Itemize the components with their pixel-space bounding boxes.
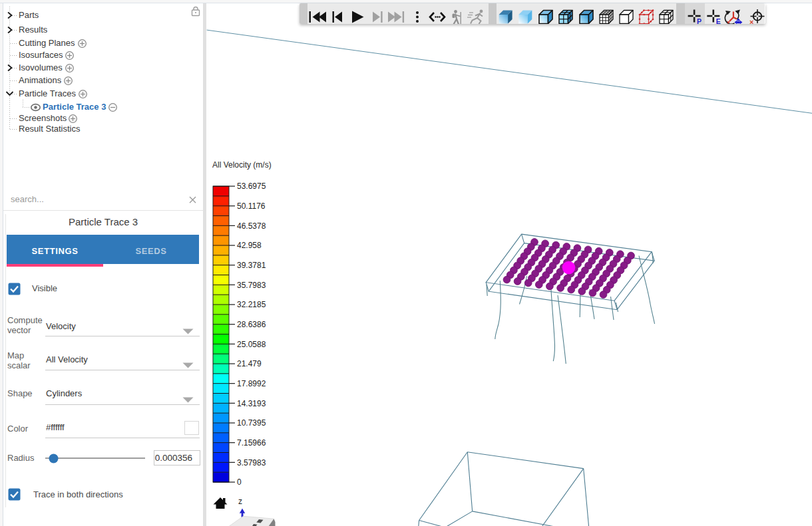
svg-text:42.958: 42.958	[237, 241, 262, 250]
svg-text:21.479: 21.479	[237, 359, 262, 368]
svg-text:P: P	[697, 17, 702, 24]
svg-text:25.0588: 25.0588	[237, 340, 266, 349]
svg-text:E: E	[716, 17, 721, 24]
svg-text:17.8992: 17.8992	[237, 379, 266, 388]
svg-text:28.6386: 28.6386	[237, 320, 266, 329]
svg-text:46.5378: 46.5378	[237, 221, 266, 231]
svg-text:3.57983: 3.57983	[237, 458, 266, 467]
svg-text:All Velocity (m/s): All Velocity (m/s)	[212, 160, 272, 170]
svg-text:×: ×	[749, 18, 753, 25]
svg-text:50.1176: 50.1176	[237, 201, 266, 211]
svg-text:10.7395: 10.7395	[237, 418, 266, 428]
svg-text:32.2185: 32.2185	[237, 300, 266, 309]
svg-text:14.3193: 14.3193	[237, 399, 266, 408]
svg-text:0: 0	[237, 477, 242, 487]
svg-text:39.3781: 39.3781	[237, 261, 266, 270]
svg-text:z: z	[238, 497, 242, 506]
svg-text:35.7983: 35.7983	[237, 281, 266, 290]
svg-text:53.6975: 53.6975	[237, 182, 266, 191]
svg-text:7.15966: 7.15966	[237, 438, 266, 448]
